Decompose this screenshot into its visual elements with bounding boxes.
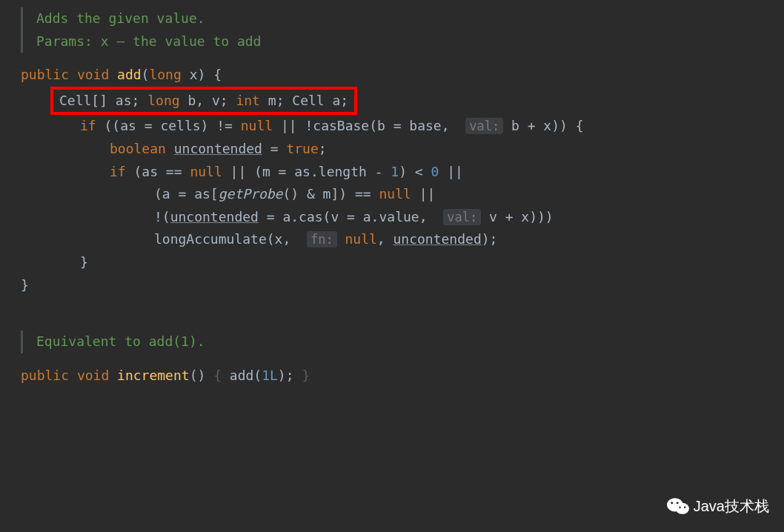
svg-point-3 (676, 502, 678, 504)
boolean-decl: boolean uncontended = true; (0, 138, 784, 161)
condition-line: (a = as[getProbe() & m]) == null || (0, 183, 784, 206)
javadoc-block-2: Equivalent to add(1). (21, 330, 784, 353)
doc-line: Equivalent to add(1). (36, 330, 784, 353)
param-hint: val: (443, 209, 481, 225)
declarations-line: Cell[] as; long b, v; int m; Cell a; (0, 87, 784, 116)
close-brace: } (0, 274, 784, 297)
param-hint: fn: (307, 231, 337, 247)
svg-point-4 (679, 506, 681, 508)
highlight-box: Cell[] as; long b, v; int m; Cell a; (50, 87, 357, 116)
if-statement: if ((as = cells) != null || !casBase(b =… (0, 115, 784, 138)
doc-line: Adds the given value. (36, 7, 784, 30)
method-signature-add: public void add(long x) { (0, 64, 784, 87)
javadoc-block-1: Adds the given value. Params: x – the va… (21, 7, 784, 53)
method-signature-increment: public void increment() { add(1L); } (0, 365, 784, 388)
watermark: Java技术栈 (667, 493, 769, 519)
svg-point-5 (684, 506, 686, 508)
accumulate-call: longAccumulate(x, fn: null, uncontended)… (0, 228, 784, 251)
param-hint: val: (465, 118, 503, 134)
wechat-icon (667, 496, 689, 516)
close-brace: } (0, 251, 784, 274)
watermark-text: Java技术栈 (694, 493, 769, 519)
svg-point-2 (671, 502, 673, 504)
svg-point-1 (675, 503, 688, 514)
condition-line: !(uncontended = a.cas(v = a.value, val: … (0, 206, 784, 229)
doc-line: Params: x – the value to add (36, 30, 784, 53)
inner-if: if (as == null || (m = as.length - 1) < … (0, 161, 784, 184)
